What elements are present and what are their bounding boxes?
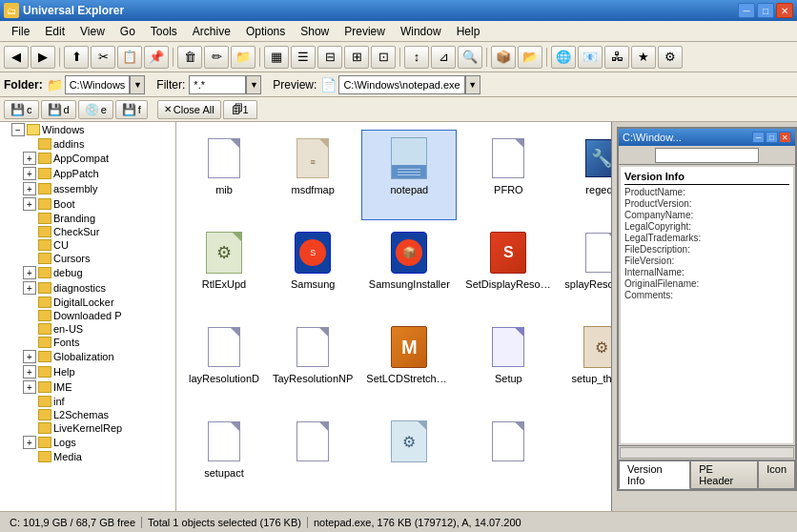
tree-item[interactable]: Fonts: [0, 336, 175, 349]
tree-expand-icon[interactable]: +: [23, 182, 36, 195]
tree-item[interactable]: +Logs: [0, 435, 175, 450]
preview-dropdown-button[interactable]: ▼: [465, 75, 480, 94]
maximize-button[interactable]: □: [757, 3, 774, 18]
newfolder-button[interactable]: 📁: [231, 46, 255, 69]
file-item[interactable]: MSetLCDStretchMode: [361, 318, 457, 409]
tree-item[interactable]: LiveKernelRep: [0, 421, 175, 435]
file-item[interactable]: [460, 413, 556, 503]
file-item[interactable]: Setup: [460, 318, 556, 409]
tree-item[interactable]: L2Schemas: [0, 408, 175, 421]
cut-button[interactable]: ✂: [91, 46, 115, 69]
tree-expand-icon[interactable]: +: [23, 266, 36, 279]
file-item[interactable]: 📦SamsungInstaller: [361, 224, 457, 315]
tree-expand-icon[interactable]: +: [23, 365, 36, 379]
drive-f-button[interactable]: 💾 f: [115, 100, 148, 119]
tree-item[interactable]: −Windows: [0, 122, 175, 137]
copy-button[interactable]: 📋: [117, 46, 142, 69]
tree-expand-icon[interactable]: +: [23, 197, 36, 211]
preview-path-input[interactable]: C:\Windows\notepad.exe: [338, 75, 464, 94]
preview-minimize-button[interactable]: ─: [752, 132, 765, 143]
tree-expand-icon[interactable]: +: [23, 167, 36, 180]
menu-item-show[interactable]: Show: [293, 23, 337, 40]
preview-tab-pe-header[interactable]: PE Header: [690, 460, 758, 489]
tree-expand-icon[interactable]: +: [23, 152, 36, 165]
search-button[interactable]: 🔍: [458, 46, 482, 69]
back-button[interactable]: ◀: [4, 46, 29, 69]
tree-item[interactable]: CU: [0, 238, 175, 252]
tree-item[interactable]: +Help: [0, 364, 175, 379]
tree-item[interactable]: +debug: [0, 265, 175, 280]
filter-dropdown-button[interactable]: ▼: [246, 75, 261, 94]
tree-item[interactable]: +AppCompat: [0, 151, 175, 166]
menu-item-tools[interactable]: Tools: [143, 23, 185, 40]
menu-item-file[interactable]: File: [4, 23, 37, 40]
tree-item[interactable]: +Globalization: [0, 349, 175, 364]
menu-item-archive[interactable]: Archive: [185, 23, 238, 40]
filter-button[interactable]: ⊿: [431, 46, 456, 69]
file-item[interactable]: 🔧regedit: [560, 130, 611, 220]
tree-item[interactable]: addins: [0, 137, 175, 151]
close-all-button[interactable]: ✕ Close All: [157, 100, 221, 119]
tree-scroll[interactable]: −Windowsaddins+AppCompat+AppPatch+assemb…: [0, 122, 175, 511]
bookmark-button[interactable]: ★: [631, 46, 656, 69]
email-button[interactable]: 📧: [578, 46, 603, 69]
file-item[interactable]: [268, 413, 358, 503]
internet-button[interactable]: 🌐: [551, 46, 576, 69]
preview-content[interactable]: Version Info ProductName:ProductVersion:…: [621, 167, 793, 443]
close-button[interactable]: ✕: [776, 3, 793, 18]
tree-item[interactable]: Branding: [0, 212, 175, 225]
view1-button[interactable]: ▦: [264, 46, 289, 69]
tree-expand-icon[interactable]: +: [23, 436, 36, 449]
preview-tab-version-info[interactable]: Version Info: [619, 460, 690, 489]
tree-item[interactable]: Downloaded P: [0, 309, 175, 322]
file-item[interactable]: SSetDisplayResolution: [460, 224, 556, 315]
drive-d-button[interactable]: 💾 d: [41, 100, 76, 119]
tree-item[interactable]: DigitalLocker: [0, 296, 175, 309]
rename-button[interactable]: ✏: [204, 46, 229, 69]
paste-button[interactable]: 📌: [144, 46, 169, 69]
menu-item-preview[interactable]: Preview: [337, 23, 393, 40]
folder-input[interactable]: C:\Windows: [65, 75, 131, 94]
tree-item[interactable]: +Boot: [0, 196, 175, 212]
delete-button[interactable]: 🗑: [177, 46, 202, 69]
view4-button[interactable]: ⊞: [344, 46, 369, 69]
file-item[interactable]: ⚙setup_theme: [560, 318, 611, 409]
file-item[interactable]: setupact: [184, 413, 264, 503]
folder-dropdown-button[interactable]: ▼: [130, 75, 145, 94]
tree-expand-icon[interactable]: +: [23, 350, 36, 363]
file-item[interactable]: ⚙: [361, 413, 457, 503]
file-item[interactable]: layResolutionD: [184, 318, 264, 409]
sort-button[interactable]: ↕: [404, 46, 429, 69]
forward-button[interactable]: ▶: [31, 46, 55, 69]
archive-button[interactable]: 📦: [491, 46, 516, 69]
file-item[interactable]: PFRO: [460, 130, 556, 220]
tab-1-button[interactable]: 🗐 1: [223, 100, 257, 119]
up-button[interactable]: ⬆: [64, 46, 89, 69]
tree-expand-icon[interactable]: +: [23, 380, 36, 394]
menu-item-options[interactable]: Options: [238, 23, 293, 40]
file-item[interactable]: notepad: [361, 130, 457, 220]
drive-c-button[interactable]: 💾 c: [4, 100, 39, 119]
tree-expand-icon[interactable]: +: [23, 281, 36, 295]
menu-item-go[interactable]: Go: [112, 23, 143, 40]
tree-item[interactable]: +IME: [0, 379, 175, 395]
file-item[interactable]: mib: [184, 130, 264, 220]
menu-item-view[interactable]: View: [72, 23, 112, 40]
menu-item-help[interactable]: Help: [449, 23, 488, 40]
tree-expand-icon[interactable]: −: [11, 123, 25, 136]
settings-button[interactable]: ⚙: [658, 46, 683, 69]
menu-item-window[interactable]: Window: [393, 23, 449, 40]
minimize-button[interactable]: ─: [738, 3, 755, 18]
file-item[interactable]: TayResolutionNP: [268, 318, 358, 409]
file-item[interactable]: ⚙RtlExUpd: [184, 224, 264, 315]
tree-item[interactable]: +assembly: [0, 181, 175, 196]
filter-input[interactable]: *.*: [189, 75, 246, 94]
preview-maximize-button[interactable]: □: [766, 132, 778, 143]
drive-e-button[interactable]: 💿 e: [78, 100, 113, 119]
view3-button[interactable]: ⊟: [317, 46, 342, 69]
file-item[interactable]: ≡msdfmap: [268, 130, 358, 220]
menu-item-edit[interactable]: Edit: [37, 23, 72, 40]
tree-item[interactable]: +diagnostics: [0, 280, 175, 296]
tree-item[interactable]: CheckSur: [0, 225, 175, 238]
preview-tab-icon[interactable]: Icon: [758, 460, 795, 489]
